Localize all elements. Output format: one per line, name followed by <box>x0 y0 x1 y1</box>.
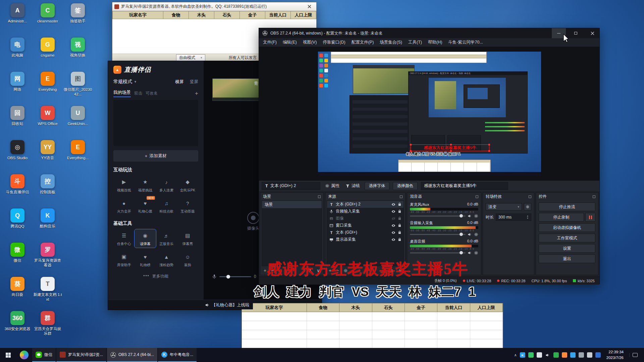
dock-popout-icon[interactable] <box>529 195 531 198</box>
close-icon[interactable] <box>585 28 599 38</box>
close-icon[interactable] <box>304 4 314 10</box>
more-functions[interactable]: •••更多功能 <box>113 274 198 279</box>
lock-icon[interactable] <box>398 209 401 213</box>
maximize-icon[interactable] <box>569 28 583 38</box>
scene-item[interactable]: 场景 <box>262 201 322 208</box>
source-row-image[interactable]: 图像 <box>327 215 404 222</box>
scene-list[interactable]: 场景 <box>262 200 322 266</box>
tool-task-center[interactable]: ☰任务中心 <box>113 229 135 248</box>
pause-recording-icon[interactable] <box>585 213 595 222</box>
obs-preview-area[interactable]: OBS 27.2.4 (64-bit, windows) - 配置文件: 未命名… <box>259 47 599 180</box>
properties-button[interactable]: 属性 <box>324 183 341 189</box>
desktop-icon-this-pc[interactable]: 电此电脑 <box>3 36 32 70</box>
tray-phone-icon[interactable] <box>579 352 584 358</box>
tray-white-app-icon[interactable] <box>537 352 542 358</box>
speaker-icon[interactable] <box>468 214 472 218</box>
dock-popout-icon[interactable] <box>593 195 595 198</box>
tray-green-app-icon[interactable] <box>528 352 534 358</box>
desktop-icon-douyu-companion[interactable]: 斗斗鱼直播伴侣 <box>3 172 32 206</box>
visibility-eye-icon[interactable] <box>391 202 396 207</box>
gear-icon[interactable] <box>474 251 478 255</box>
tray-volume-icon[interactable] <box>545 352 550 358</box>
tool-dress-up[interactable]: ☺装扮 <box>177 250 198 269</box>
tool-danmaku-show[interactable]: ▤弹幕秀 <box>177 229 198 248</box>
text-value-field[interactable]: 感谢东方红老板嘉奖主播5牛 <box>421 182 508 190</box>
spinner-arrows-icon[interactable]: ▲▼ <box>527 215 529 219</box>
desktop-icon-sunflower[interactable]: 葵向日葵 <box>3 275 32 309</box>
menu-tools[interactable]: 工具(T) <box>408 40 422 45</box>
menu-profile[interactable]: 配置文件(P) <box>352 40 374 45</box>
lock-icon[interactable] <box>398 238 401 241</box>
my-scenes-tab[interactable]: 我的场景 <box>113 89 131 97</box>
volume-slider[interactable] <box>410 216 466 217</box>
menu-docks[interactable]: 停靠窗口(D) <box>323 40 345 45</box>
add-icon[interactable]: + <box>264 268 266 273</box>
desktop-icon-text-file[interactable]: T新建文本文档 1.txt <box>33 275 62 309</box>
tray-usb-icon[interactable] <box>587 352 592 358</box>
obs-titlebar[interactable]: OBS 27.2.4 (64-bit, windows) - 配置文件: 未命名… <box>259 28 599 38</box>
desktop-icon-resource-viewer[interactable]: 罗罗马复兴资源查看器 <box>33 241 62 275</box>
desktop-icon-group[interactable]: 群宜昌天合罗马娱乐群 <box>33 309 62 343</box>
tool-video-link[interactable]: ▶视频连线 <box>113 176 135 194</box>
slider-knob[interactable] <box>460 233 463 236</box>
portrait-tab[interactable]: 竖屏 <box>190 79 198 84</box>
visibility-eye-off-icon[interactable] <box>391 216 396 221</box>
tool-moderator-helper[interactable]: ▣房管助手 <box>113 250 135 269</box>
select-font-button[interactable]: 选择字体 <box>365 182 389 190</box>
source-row-text2[interactable]: T 文本 (GDI+) 2 <box>327 201 404 208</box>
filters-button[interactable]: 滤镜 <box>344 183 361 189</box>
slider-knob[interactable] <box>460 251 463 254</box>
select-color-button[interactable]: 选择颜色 <box>393 182 418 190</box>
desktop-icon-network[interactable]: 网网络 <box>3 70 32 104</box>
tool-quiz[interactable]: ?互动答题 <box>177 197 198 215</box>
slider-knob[interactable] <box>226 275 230 279</box>
stop-recording-button[interactable]: 停止录制 <box>539 213 584 222</box>
mode-select[interactable]: 常规模式▼ <box>113 79 137 85</box>
landscape-tab[interactable]: 横屏 <box>175 79 184 84</box>
taskbar-task-resource-viewer[interactable]: 罗马复兴\帝国2资... <box>56 348 106 362</box>
resource-viewer-titlebar[interactable]: 罗马复兴\帝国2资源查看器, 本软件由血饮圣剑制作。QQ: 418733891(… <box>112 2 316 11</box>
settings-button[interactable]: 设置 <box>539 244 595 253</box>
transition-select[interactable]: 淡变▾ <box>486 203 522 210</box>
source-list[interactable]: T 文本 (GDI+) 2 音频输入采集 图像 <box>327 200 404 266</box>
desktop-icon-everything2[interactable]: EEverything... <box>63 138 93 172</box>
add-material-button[interactable]: +添加素材 <box>113 150 198 162</box>
transition-gear-button[interactable] <box>524 203 531 210</box>
tool-read-danmaku[interactable]: ◉读弹幕 <box>135 229 156 248</box>
desktop-icon-everything[interactable]: EEverything <box>33 70 62 104</box>
tool-multi-voice[interactable]: ♪多人连麦 <box>156 176 177 194</box>
desktop-icon-cleanmaster[interactable]: Ccleanmaster <box>33 1 62 36</box>
tool-full-power[interactable]: ●火力全开 <box>113 197 135 215</box>
selected-text-source-box[interactable]: 感谢东方红老板嘉奖主播5牛 <box>411 144 489 151</box>
tool-licensed-music[interactable]: ♬正版音乐 <box>156 229 177 248</box>
start-virtual-camera-button[interactable]: 启动虚拟摄像机 <box>539 223 595 232</box>
source-row-text1[interactable]: T 文本 (GDI+) <box>327 229 404 236</box>
desktop-icon-kugou[interactable]: K酷狗音乐 <box>33 206 62 241</box>
desktop-icon-yy[interactable]: YYYY语音 <box>33 138 62 172</box>
add-scene-icon[interactable]: + <box>195 90 198 97</box>
tray-orange-app-icon[interactable] <box>562 352 567 358</box>
taskbar-task-kugou[interactable]: K 年中粤电音... <box>158 348 197 362</box>
visibility-eye-icon[interactable] <box>391 209 396 214</box>
taskbar-wechat[interactable]: 微信 <box>32 348 56 362</box>
lock-icon[interactable] <box>398 217 401 220</box>
tool-gift-wish[interactable]: NEW♥礼物心愿 <box>135 197 156 215</box>
action-center-icon[interactable] <box>629 353 641 357</box>
tool-gift-rank[interactable]: ♥礼物榜 <box>135 250 156 269</box>
studio-mode-button[interactable]: 工作室模式 <box>539 234 595 242</box>
dock-popout-icon[interactable] <box>318 195 321 198</box>
volume-slider[interactable] <box>410 252 466 253</box>
volume-slider[interactable] <box>410 234 466 235</box>
desktop-icon-obs-studio[interactable]: ◎OBS Studio <box>3 138 32 172</box>
tray-blue-app-icon[interactable] <box>570 352 576 358</box>
start-button[interactable] <box>0 348 16 362</box>
source-row-window-capture[interactable]: 窗口采集 <box>327 222 404 229</box>
desktop-icon-qq[interactable]: Q腾讯QQ <box>3 206 32 241</box>
menu-help[interactable]: 帮助(H) <box>428 40 442 45</box>
gear-icon[interactable] <box>474 214 478 218</box>
menu-view[interactable]: 视图(V) <box>303 40 317 45</box>
speaker-icon[interactable] <box>468 232 472 237</box>
visibility-eye-icon[interactable] <box>391 223 396 228</box>
lock-icon[interactable] <box>398 202 401 206</box>
source-row-audio-input[interactable]: 音频输入采集 <box>327 208 404 215</box>
